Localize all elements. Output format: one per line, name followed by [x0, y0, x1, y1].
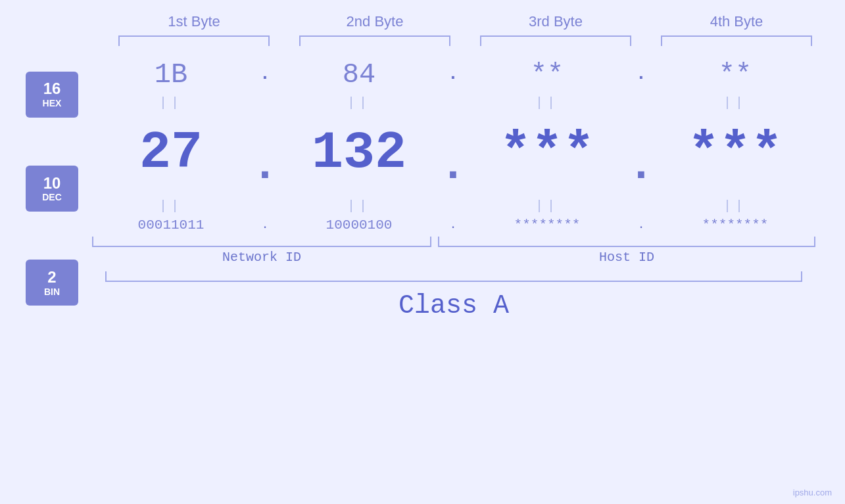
byte-headers: 1st Byte 2nd Byte 3rd Byte 4th Byte	[104, 13, 827, 30]
header-byte1: 1st Byte	[115, 13, 273, 30]
hex-badge: 16 HEX	[26, 72, 78, 118]
div2-b3: ||	[468, 198, 626, 214]
div2-b2: ||	[280, 198, 438, 214]
hex-dot3: .	[626, 64, 656, 87]
hex-byte4: **	[656, 59, 814, 91]
dec-dot3: .	[626, 114, 656, 191]
main-row: 16 HEX 10 DEC 2 BIN 1B . 84 . ** . **	[0, 54, 845, 321]
dec-dot1: .	[250, 114, 280, 191]
dec-byte3: ***	[468, 123, 626, 183]
div1-b2: ||	[280, 95, 438, 110]
hex-row: 1B . 84 . ** . **	[92, 59, 815, 91]
divider-1: || || || ||	[92, 91, 815, 114]
bracket-network	[92, 237, 431, 247]
bin-byte2: 10000100	[280, 218, 438, 233]
bin-badge: 2 BIN	[26, 260, 78, 306]
top-brackets	[104, 35, 827, 46]
header-byte4: 4th Byte	[658, 13, 815, 30]
bottom-brackets	[92, 237, 815, 247]
bin-row: 00011011 . 10000100 . ******** . *******…	[92, 218, 815, 233]
bytes-grid: 1B . 84 . ** . ** || || || || 27	[92, 54, 815, 321]
hex-byte3: **	[468, 59, 626, 91]
header-byte3: 3rd Byte	[477, 13, 635, 30]
hex-byte2: 84	[280, 59, 438, 91]
host-id-label: Host ID	[438, 250, 815, 265]
badges-column: 16 HEX 10 DEC 2 BIN	[0, 57, 92, 321]
dec-byte2: 132	[280, 123, 438, 183]
div1-b1: ||	[92, 95, 250, 110]
dec-byte4: ***	[656, 123, 814, 183]
dec-row: 27 . 132 . *** . ***	[92, 114, 815, 191]
divider-2: || || || ||	[92, 194, 815, 218]
bin-byte3: ********	[468, 218, 626, 233]
div2-b4: ||	[656, 198, 814, 214]
bin-byte4: ********	[656, 218, 814, 233]
bracket-top-1	[118, 35, 270, 46]
class-label: Class A	[105, 291, 802, 321]
main-container: 1st Byte 2nd Byte 3rd Byte 4th Byte 16 H…	[0, 0, 845, 504]
div1-b3: ||	[468, 95, 626, 110]
dec-byte1: 27	[92, 123, 250, 183]
id-labels: Network ID Host ID	[92, 250, 815, 265]
hex-dot2: .	[438, 64, 468, 87]
bin-dot1: .	[250, 219, 280, 231]
div1-b4: ||	[656, 95, 814, 110]
network-id-label: Network ID	[92, 250, 431, 265]
header-byte2: 2nd Byte	[296, 13, 454, 30]
bracket-top-2	[299, 35, 450, 46]
bin-dot3: .	[626, 219, 656, 231]
dec-badge: 10 DEC	[26, 166, 78, 212]
full-bracket	[105, 271, 802, 282]
bin-byte1: 00011011	[92, 218, 250, 233]
bracket-top-3	[480, 35, 631, 46]
bracket-top-4	[661, 35, 812, 46]
bracket-host	[438, 237, 815, 247]
hex-dot1: .	[250, 64, 280, 87]
dec-dot2: .	[438, 114, 468, 191]
hex-byte1: 1B	[92, 59, 250, 91]
div2-b1: ||	[92, 198, 250, 214]
bin-dot2: .	[438, 219, 468, 231]
watermark: ipshu.com	[793, 488, 832, 497]
